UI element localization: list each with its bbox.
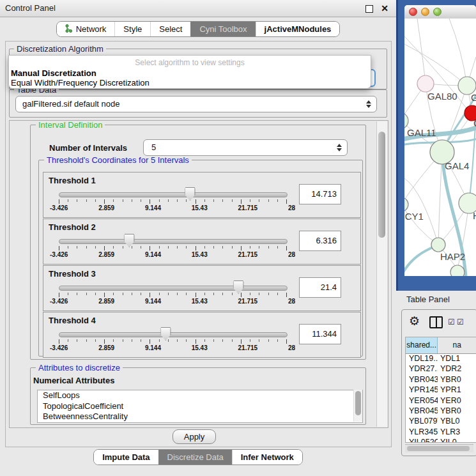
tick-label: 2.859 — [98, 344, 114, 351]
tick-label: 28 — [288, 344, 295, 351]
attributes-group: Attributes to discretize Numerical Attri… — [30, 367, 366, 425]
tab-infer-network[interactable]: Infer Network — [232, 450, 302, 464]
tab-style[interactable]: Style — [114, 22, 150, 36]
column-header-shared[interactable]: shared... — [406, 337, 438, 353]
tick-label: 21.715 — [238, 251, 258, 258]
table-data-combo-value: galFiltered.sif default node — [22, 96, 119, 112]
vertical-scrollbar-thumb[interactable] — [378, 132, 385, 238]
node-label: GAL11 — [407, 127, 436, 138]
slider-track[interactable] — [59, 239, 288, 244]
table-row[interactable]: YER054C YER0 — [406, 396, 476, 406]
threshold-1-label: Threshold 1 — [49, 176, 96, 185]
column-header-name[interactable]: na — [438, 337, 476, 353]
apply-button[interactable]: Apply — [173, 429, 216, 444]
spinner-arrows-icon[interactable] — [337, 144, 342, 151]
threshold-1-value-field[interactable]: 14.713 — [299, 184, 341, 204]
tick-label: 9.144 — [145, 204, 161, 211]
slider-track[interactable] — [59, 286, 288, 291]
list-item[interactable]: SelfLoops — [38, 390, 362, 401]
list-scrollbar-thumb[interactable] — [355, 391, 361, 415]
slider-ticks — [59, 339, 287, 344]
tab-network[interactable]: Network — [57, 22, 115, 36]
table-row[interactable]: YLR345W YLR3 — [406, 427, 476, 438]
top-tabbar: Network Style Select Cyni Toolbox jActiv… — [0, 21, 396, 37]
table-row[interactable]: YPR145W YPR1 — [406, 385, 476, 395]
numerical-attributes-label: Numerical Attributes — [33, 376, 114, 385]
table-row[interactable]: YIL052C YIL0 — [406, 438, 476, 443]
tab-discretize-data[interactable]: Discretize Data — [158, 450, 232, 464]
slider-track[interactable] — [59, 192, 288, 197]
slider-thumb[interactable] — [185, 187, 196, 201]
list-item[interactable]: BetweennessCentrality — [38, 411, 362, 422]
slider-thumb[interactable] — [233, 280, 244, 294]
tab-impute-data[interactable]: Impute Data — [94, 450, 158, 464]
threshold-2-slider[interactable]: -3.4262.8599.14415.4321.71528 — [56, 233, 289, 263]
list-scrollbar[interactable] — [353, 390, 362, 422]
tab-select[interactable]: Select — [150, 22, 190, 36]
column-layout-icon[interactable] — [429, 316, 443, 328]
vertical-scrollbar[interactable] — [376, 121, 387, 427]
algorithm-group-title: Discretization Algorithm — [14, 45, 106, 53]
threshold-2-value-field[interactable]: 6.316 — [299, 231, 341, 251]
table-row[interactable]: YDL19... YDL1 — [406, 354, 476, 364]
node-label: C — [473, 118, 476, 128]
node-bottom — [450, 265, 464, 276]
tick-label: -3.426 — [50, 204, 68, 211]
slider-track[interactable] — [59, 332, 288, 337]
minimize-traffic-light[interactable] — [421, 8, 429, 16]
slider-tick-labels: -3.4262.8599.14415.4321.71528 — [50, 298, 295, 305]
slider-thumb[interactable] — [124, 234, 135, 247]
tick-label: 28 — [288, 251, 295, 258]
tab-cyni-toolbox[interactable]: Cyni Toolbox — [190, 22, 255, 36]
checkbox-icon[interactable]: ☑ — [457, 318, 464, 326]
table-panel: ⚙ ☑ ☑ shared... na YDL19... YDL1 YDR27..… — [401, 309, 476, 456]
tick-label: 9.144 — [145, 344, 161, 351]
dropdown-placeholder: Select algorithm to view settings — [9, 58, 371, 67]
threshold-1-slider[interactable]: -3.4262.8599.14415.4321.71528 — [56, 187, 289, 216]
threshold-3-value-field[interactable]: 21.4 — [299, 277, 341, 298]
slider-ticks — [59, 199, 287, 204]
threshold-3-label: Threshold 3 — [49, 269, 96, 279]
thresholds-group-title: Threshold's Coordinates for 5 Intervals — [44, 156, 192, 164]
table-data-combo[interactable]: galFiltered.sif default node — [15, 96, 377, 112]
horizontal-scrollbar-thumb[interactable] — [407, 446, 470, 451]
table-row[interactable]: YBR043C YBR0 — [406, 375, 476, 385]
control-panel-window: Control Panel ✕ Network Style Select Cyn… — [0, 0, 396, 476]
number-of-intervals-value: 5 — [151, 140, 156, 155]
threshold-4-slider[interactable]: -3.4262.8599.14415.4321.71528 — [56, 326, 289, 356]
bottom-tabbar: Impute Data Discretize Data Infer Networ… — [0, 449, 396, 465]
table-row[interactable]: YDR27... YDR2 — [406, 364, 476, 374]
list-item[interactable]: TopologicalCoefficient — [38, 401, 362, 412]
float-window-icon[interactable] — [365, 5, 373, 13]
network-icon — [65, 24, 72, 35]
threshold-4-value-field[interactable]: 11.344 — [299, 324, 341, 344]
gear-icon[interactable]: ⚙ — [409, 314, 420, 328]
node-label: G — [471, 92, 476, 103]
tick-label: 2.859 — [98, 298, 114, 305]
zoom-traffic-light[interactable] — [433, 8, 441, 16]
tick-label: 9.144 — [145, 251, 161, 258]
close-icon[interactable]: ✕ — [381, 3, 388, 14]
screen: Control Panel ✕ Network Style Select Cyn… — [0, 0, 476, 476]
control-panel-title: Control Panel — [5, 0, 56, 17]
tick-label: 21.715 — [238, 298, 258, 305]
combo-spinner-icon[interactable] — [366, 100, 371, 108]
checkbox-icon[interactable]: ☑ — [448, 318, 455, 326]
dropdown-item-equal-width[interactable]: Equal Width/Frequency Discretization — [11, 78, 150, 88]
horizontal-scrollbar[interactable] — [405, 444, 473, 452]
threshold-3-slider[interactable]: -3.4262.8599.14415.4321.71528 — [56, 280, 289, 309]
tick-label: 15.43 — [192, 344, 208, 351]
network-canvas[interactable]: GAL80 G C GAL11 GAL4 GCY1 H HAP2 — [404, 19, 476, 276]
tick-label: 15.43 — [192, 298, 208, 305]
table-row[interactable]: YBL079W YBL0 — [406, 417, 476, 427]
slider-thumb[interactable] — [160, 327, 171, 341]
close-traffic-light[interactable] — [409, 8, 417, 16]
tab-jactivemnodules[interactable]: jActiveMNodules — [256, 22, 340, 36]
slider-ticks — [59, 246, 287, 250]
numerical-attributes-list[interactable]: SelfLoopsTopologicalCoefficientBetweenne… — [37, 390, 363, 423]
interval-definition-group: Interval Definition Number of Intervals … — [30, 125, 366, 360]
table-row[interactable]: YBR045C YBR0 — [406, 406, 476, 417]
tick-label: 28 — [288, 298, 295, 305]
number-of-intervals-spinner[interactable]: 5 — [143, 139, 348, 156]
dropdown-item-manual-discretization[interactable]: Manual Discretization — [11, 68, 96, 78]
